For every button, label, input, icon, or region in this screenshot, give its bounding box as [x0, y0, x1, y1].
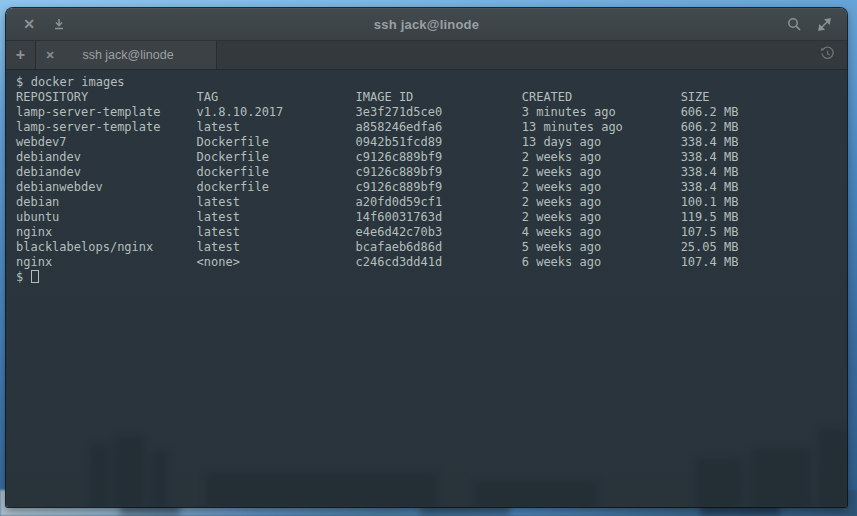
history-button[interactable] — [813, 41, 841, 69]
titlebar[interactable]: ssh jack@linode ✕ — [6, 8, 847, 41]
maximize-button[interactable] — [44, 8, 74, 40]
table-row: debiandevdockerfilec9126c889bf92 weeks a… — [16, 165, 847, 180]
table-row: ubuntulatest14f60031763d2 weeks ago119.5… — [16, 210, 847, 225]
expand-icon — [818, 18, 831, 31]
tab-label: ssh jack@linode — [64, 48, 216, 62]
terminal-window: ssh jack@linode ✕ — [6, 8, 847, 507]
search-icon — [787, 17, 801, 31]
table-row: webdev7Dockerfile0942b51fcd8913 days ago… — [16, 135, 847, 150]
terminal-screen[interactable]: $docker images REPOSITORYTAGIMAGE IDCREA… — [6, 70, 847, 507]
table-row: blacklabelops/nginxlatestbcafaeb6d86d5 w… — [16, 240, 847, 255]
prompt: $ — [16, 75, 23, 89]
tab-ssh-session[interactable]: ✕ ssh jack@linode — [36, 41, 217, 69]
maximize-down-icon — [53, 18, 65, 30]
tabbar: + ✕ ssh jack@linode — [6, 41, 847, 70]
table-header-row: REPOSITORYTAGIMAGE IDCREATEDSIZE — [16, 90, 847, 105]
table-row: nginx<none>c246cd3dd41d6 weeks ago107.4 … — [16, 255, 847, 270]
wallpaper-skyline-bleed — [6, 417, 847, 507]
terminal-cursor — [31, 270, 39, 283]
close-icon: ✕ — [23, 16, 35, 32]
tab-close-icon[interactable]: ✕ — [36, 49, 64, 62]
table-row: nginxlateste4e6d42c70b34 weeks ago107.5 … — [16, 225, 847, 240]
table-row: lamp-server-templatelatesta858246edfa613… — [16, 120, 847, 135]
window-title: ssh jack@linode — [6, 17, 847, 32]
new-tab-button[interactable]: + — [6, 41, 36, 69]
history-icon — [820, 46, 835, 65]
fullscreen-button[interactable] — [809, 8, 839, 40]
plus-icon: + — [16, 46, 25, 64]
command-line: $docker images — [16, 75, 847, 90]
table-row: debianwebdevdockerfilec9126c889bf92 week… — [16, 180, 847, 195]
prompt-line: $ — [16, 270, 847, 285]
table-row: lamp-server-templatev1.8.10.20173e3f271d… — [16, 105, 847, 120]
search-button[interactable] — [779, 8, 809, 40]
prompt: $ — [16, 270, 23, 284]
table-row: debiandevDockerfilec9126c889bf92 weeks a… — [16, 150, 847, 165]
table-row: debianlatesta20fd0d59cf12 weeks ago100.1… — [16, 195, 847, 210]
close-button[interactable]: ✕ — [14, 8, 44, 40]
command-text: docker images — [31, 75, 125, 89]
